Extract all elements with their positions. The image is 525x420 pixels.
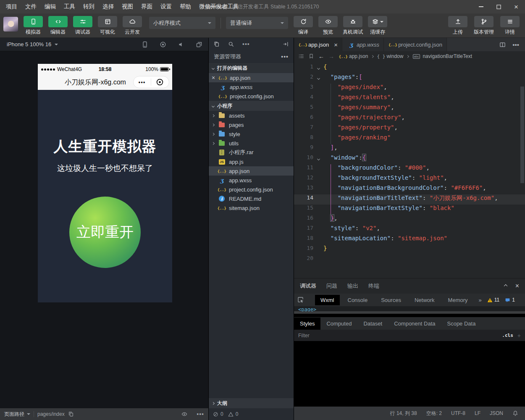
more-tabs-icon[interactable]: » xyxy=(479,297,482,303)
bell-icon[interactable] xyxy=(512,410,518,416)
open-editor-item-2[interactable]: {..}project.config.json xyxy=(209,92,294,101)
fold-icon[interactable] xyxy=(317,76,320,79)
code-line-7[interactable]: 7 "pages/property", xyxy=(294,124,525,134)
view-button-1[interactable]: 编辑器 xyxy=(47,16,69,36)
view-button-4[interactable]: 云开发 xyxy=(121,16,143,36)
menu-item-4[interactable]: 转到 xyxy=(83,3,94,10)
fold-icon[interactable] xyxy=(317,66,320,69)
tree-item-6[interactable]: {..}app.json xyxy=(209,166,294,176)
debugger-tab-2[interactable]: 输出 xyxy=(347,282,358,290)
filter-input[interactable] xyxy=(298,333,498,339)
close-button[interactable]: × xyxy=(507,0,525,13)
files-icon[interactable] xyxy=(214,41,220,47)
device-select[interactable]: iPhone 5 100% 16 xyxy=(7,41,58,47)
menu-item-2[interactable]: 编辑 xyxy=(45,3,56,10)
tree-item-3[interactable]: utils xyxy=(209,139,294,148)
problems-summary[interactable]: 0 0 xyxy=(209,408,294,420)
messages-badge[interactable]: 1 xyxy=(505,297,515,303)
nav-back-icon[interactable]: ← xyxy=(318,53,324,60)
eye-icon[interactable] xyxy=(181,411,187,417)
open-editor-item-1[interactable]: ʒapp.wxss xyxy=(209,82,294,92)
target-icon[interactable] xyxy=(156,78,164,86)
code-line-2[interactable]: 2 "pages":[ xyxy=(294,74,525,84)
devtools-tab-4[interactable]: Memory xyxy=(443,295,473,305)
inspect-icon[interactable] xyxy=(297,297,304,303)
more-icon[interactable]: ••• xyxy=(242,41,250,47)
split-editor-icon[interactable] xyxy=(499,42,506,48)
tree-item-10[interactable]: {..}sitemap.json xyxy=(209,203,294,213)
code-line-3[interactable]: 3 "pages/index", xyxy=(294,84,525,94)
wxml-element-tree[interactable]: <page> xyxy=(294,306,525,311)
menu-item-8[interactable]: 设置 xyxy=(160,3,172,10)
capsule-button[interactable]: ••• xyxy=(133,76,169,88)
compile-action-3[interactable]: 清缓存 xyxy=(367,16,388,36)
code-line-12[interactable]: 12 "backgroundTextStyle": "light", xyxy=(294,174,525,184)
speaker-icon[interactable] xyxy=(178,41,184,48)
tree-item-5[interactable]: JSapp.js xyxy=(209,157,294,166)
project-action-0[interactable]: 上传 xyxy=(447,16,469,36)
code-line-16[interactable]: 16 }, xyxy=(294,215,525,225)
breadcrumb-item-1[interactable]: { }window xyxy=(377,53,403,59)
code-line-11[interactable]: 11 "backgroundColor": "#000", xyxy=(294,164,525,174)
view-button-0[interactable]: 模拟器 xyxy=(22,16,44,36)
restart-button[interactable]: 立即重开 xyxy=(69,197,141,268)
menu-item-3[interactable]: 工具 xyxy=(64,3,75,10)
page-path-select[interactable]: 页面路径 xyxy=(4,411,30,418)
code-line-6[interactable]: 6 "pages/trajectory", xyxy=(294,114,525,124)
compile-action-0[interactable]: 编译 xyxy=(292,16,314,36)
avatar[interactable] xyxy=(3,17,18,32)
record-icon[interactable] xyxy=(160,41,166,48)
debugger-tab-3[interactable]: 终端 xyxy=(368,282,379,290)
collapse-sidebar-icon[interactable] xyxy=(283,41,289,47)
code-line-14[interactable]: 14 "navigationBarTitleText": "小刀娱乐网-x6g.… xyxy=(294,194,525,205)
more-dots-icon[interactable]: ••• xyxy=(139,80,146,85)
mode-select[interactable]: 小程序模式 xyxy=(149,17,215,29)
code-line-4[interactable]: 4 "pages/talents", xyxy=(294,94,525,104)
project-action-1[interactable]: 版本管理 xyxy=(473,16,495,36)
code-line-5[interactable]: 5 "pages/summary", xyxy=(294,104,525,114)
maximize-button[interactable] xyxy=(490,0,507,13)
close-panel-icon[interactable]: × xyxy=(515,283,519,289)
project-section-header[interactable]: 小程序 xyxy=(209,101,294,111)
editor-tab-0[interactable]: {..}app.json × xyxy=(294,38,342,51)
project-action-2[interactable]: 详情 xyxy=(499,16,521,36)
menu-item-10[interactable]: 微信开发者工具 xyxy=(199,3,239,10)
tree-item-2[interactable]: style xyxy=(209,129,294,139)
language-mode[interactable]: JSON xyxy=(490,410,503,416)
cursor-position[interactable]: 行 14, 列 38 xyxy=(390,410,417,417)
breadcrumb-item-0[interactable]: {..}app.json xyxy=(339,53,368,59)
tree-item-4[interactable]: 小程序.rar xyxy=(209,148,294,157)
add-style-icon[interactable]: + xyxy=(517,332,521,339)
styles-tab-0[interactable]: Styles xyxy=(294,318,320,330)
code-line-10[interactable]: 10 "window":{ xyxy=(294,154,525,164)
code-line-19[interactable]: 19 } xyxy=(294,245,525,255)
debugger-tab-1[interactable]: 问题 xyxy=(326,282,337,290)
compile-action-1[interactable]: 预览 xyxy=(317,16,339,36)
code-line-20[interactable]: 20 xyxy=(294,255,525,265)
code-line-9[interactable]: 9 ], xyxy=(294,144,525,154)
debugger-tab-0[interactable]: 调试器 xyxy=(300,282,316,290)
menu-item-7[interactable]: 界面 xyxy=(141,3,152,10)
close-icon[interactable]: × xyxy=(334,41,338,48)
styles-tab-2[interactable]: Dataset xyxy=(357,318,388,330)
collapse-panel-icon[interactable] xyxy=(504,284,507,288)
styles-tab-4[interactable]: Scope Data xyxy=(441,318,481,330)
tree-item-1[interactable]: pages xyxy=(209,120,294,129)
menu-item-6[interactable]: 视图 xyxy=(122,3,133,10)
cls-toggle[interactable]: .cls xyxy=(502,333,513,338)
cascade-icon[interactable] xyxy=(196,41,202,48)
phone-icon[interactable] xyxy=(142,41,148,48)
search-icon[interactable] xyxy=(228,41,234,47)
tree-item-8[interactable]: {..}project.config.json xyxy=(209,185,294,194)
breadcrumb-item-2[interactable]: abcnavigationBarTitleText xyxy=(412,53,472,59)
close-icon[interactable]: × xyxy=(209,74,218,81)
menu-item-0[interactable]: 项目 xyxy=(6,3,17,10)
minimize-button[interactable] xyxy=(472,0,490,13)
view-button-2[interactable]: 调试器 xyxy=(72,16,94,36)
encoding-setting[interactable]: UTF-8 xyxy=(451,410,465,416)
eol-setting[interactable]: LF xyxy=(475,410,480,416)
styles-tab-3[interactable]: Component Data xyxy=(388,318,441,330)
devtools-tab-2[interactable]: Sources xyxy=(375,295,407,305)
compile-action-2[interactable]: 真机调试 xyxy=(342,16,364,36)
copy-icon[interactable] xyxy=(68,411,74,417)
